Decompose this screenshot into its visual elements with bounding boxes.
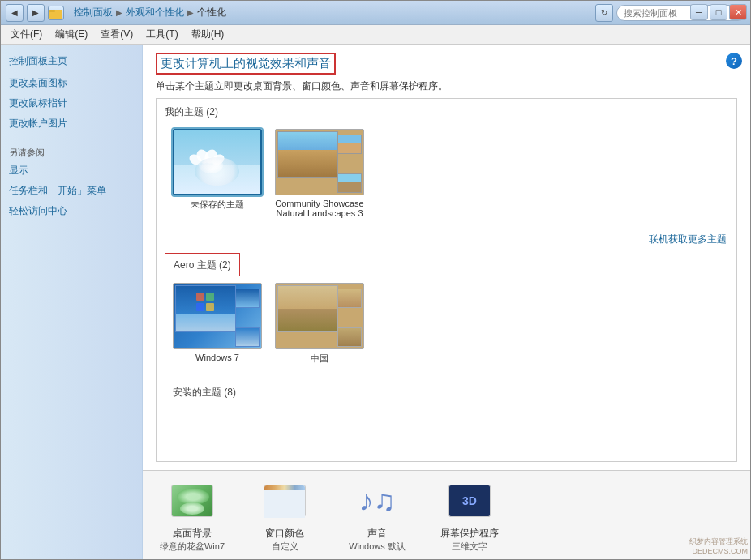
panel-header: 更改计算机上的视觉效果和声音 单击某个主题立即更改桌面背景、窗口颜色、声音和屏幕…	[143, 45, 750, 98]
watermark: 织梦内容管理系统 DEDECMS.COM	[689, 536, 748, 557]
path-part-2[interactable]: 外观和个性化	[126, 6, 184, 19]
sidebar-link-home[interactable]: 控制面板主页	[9, 54, 134, 68]
theme-win7-thumbnail	[173, 283, 262, 349]
theme-win7[interactable]: Windows 7	[173, 283, 262, 365]
menu-bar: 文件(F) 编辑(E) 查看(V) 工具(T) 帮助(H)	[1, 25, 750, 45]
title-bar: ◀ ▶ 控制面板 ▶ 外观和个性化 ▶ 个性化 ↻ 🔍 ─ □ ✕	[1, 1, 750, 25]
screensaver-label: 屏幕保护程序	[440, 527, 499, 541]
refresh-button[interactable]: ↻	[595, 4, 613, 22]
back-button[interactable]: ◀	[6, 4, 24, 22]
bottom-bar: 桌面背景 绿意的花盆Win7 窗口颜色 自定义	[143, 470, 750, 559]
menu-view[interactable]: 查看(V)	[94, 26, 139, 43]
theme-unsaved[interactable]: 未保存的主题	[173, 129, 262, 218]
menu-edit[interactable]: 编辑(E)	[49, 26, 94, 43]
title-bar-left: ◀ ▶ 控制面板 ▶ 外观和个性化 ▶ 个性化	[6, 4, 226, 22]
sidebar-link-mouse[interactable]: 更改鼠标指针	[9, 96, 134, 110]
sidebar-link-taskbar[interactable]: 任务栏和「开始」菜单	[9, 184, 134, 198]
svg-rect-1	[49, 10, 55, 12]
theme-china-thumbnail	[275, 283, 364, 349]
also-section: 另请参阅 显示 任务栏和「开始」菜单 轻松访问中心	[9, 147, 134, 218]
installed-section-header: 安装的主题 (8)	[157, 381, 736, 403]
wallpaper-icon	[170, 478, 215, 524]
wallpaper-icon-img	[171, 485, 213, 517]
maximize-button[interactable]: □	[710, 4, 727, 20]
window-color-sublabel: 自定义	[272, 541, 298, 553]
path-sep-1: ▶	[116, 8, 122, 17]
themes-area[interactable]: 我的主题 (2)	[156, 98, 737, 462]
get-more-link[interactable]: 联机获取更多主题	[157, 231, 736, 250]
menu-tools[interactable]: 工具(T)	[139, 26, 184, 43]
aero-themes-title: Aero 主题 (2)	[165, 253, 240, 276]
aero-themes-grid: Windows 7 中国	[157, 276, 736, 378]
aero-section-header: Aero 主题 (2)	[157, 250, 736, 276]
theme-community-label: Community ShowcaseNatural Landscapes 3	[275, 199, 363, 218]
my-themes-title: 我的主题 (2)	[157, 99, 736, 122]
theme-community[interactable]: Community ShowcaseNatural Landscapes 3	[275, 129, 364, 218]
theme-community-thumbnail	[275, 129, 364, 195]
menu-help[interactable]: 帮助(H)	[185, 26, 231, 43]
my-themes-grid: 未保存的主题	[157, 122, 736, 231]
minimize-button[interactable]: ─	[690, 4, 708, 20]
window-controls: ─ □ ✕	[690, 4, 747, 20]
breadcrumb: 控制面板 ▶ 外观和个性化 ▶ 个性化	[74, 6, 226, 19]
theme-win7-label: Windows 7	[195, 353, 239, 362]
also-title: 另请参阅	[9, 147, 134, 159]
sound-icon: ♪♫	[354, 478, 400, 524]
bottom-item-wallpaper[interactable]: 桌面背景 绿意的花盆Win7	[156, 478, 229, 553]
close-button[interactable]: ✕	[729, 4, 747, 20]
theme-unsaved-label: 未保存的主题	[191, 199, 244, 211]
sidebar-link-account-pic[interactable]: 更改帐户图片	[9, 117, 134, 130]
main-window: ◀ ▶ 控制面板 ▶ 外观和个性化 ▶ 个性化 ↻ 🔍 ─ □ ✕ 文	[0, 0, 751, 560]
installed-themes-title: 安装的主题 (8)	[165, 381, 736, 403]
theme-unsaved-thumbnail	[173, 129, 262, 195]
sound-label: 声音	[367, 527, 387, 541]
help-icon[interactable]: ?	[726, 53, 742, 69]
window-color-label: 窗口颜色	[265, 527, 304, 541]
window-color-icon-img	[264, 485, 306, 517]
bottom-item-sound[interactable]: ♪♫ 声音 Windows 默认	[341, 478, 414, 553]
installed-themes-spacer	[157, 403, 736, 435]
sound-icon-symbol: ♪♫	[359, 484, 396, 518]
sound-sublabel: Windows 默认	[349, 541, 406, 553]
right-panel: ? 更改计算机上的视觉效果和声音 单击某个主题立即更改桌面背景、窗口颜色、声音和…	[143, 45, 750, 559]
path-part-3: 个性化	[197, 6, 226, 19]
window-color-icon	[262, 478, 307, 524]
sidebar: 控制面板主页 更改桌面图标 更改鼠标指针 更改帐户图片 另请参阅 显示 任务栏和…	[1, 45, 143, 559]
bottom-item-screensaver[interactable]: 3D 屏幕保护程序 三维文字	[433, 478, 506, 553]
sidebar-links: 更改桌面图标 更改鼠标指针 更改帐户图片	[9, 76, 134, 130]
wallpaper-sublabel: 绿意的花盆Win7	[160, 541, 225, 553]
forward-button[interactable]: ▶	[27, 4, 45, 22]
theme-china-label: 中国	[311, 353, 328, 365]
theme-china[interactable]: 中国	[275, 283, 364, 365]
main-content: 控制面板主页 更改桌面图标 更改鼠标指针 更改帐户图片 另请参阅 显示 任务栏和…	[1, 45, 750, 559]
wallpaper-label: 桌面背景	[173, 527, 212, 541]
path-part-1[interactable]: 控制面板	[74, 6, 113, 19]
sidebar-link-desktop-icons[interactable]: 更改桌面图标	[9, 76, 134, 90]
path-sep-2: ▶	[187, 8, 194, 17]
menu-file[interactable]: 文件(F)	[4, 26, 49, 43]
bottom-item-window-color[interactable]: 窗口颜色 自定义	[248, 478, 321, 553]
screensaver-sublabel: 三维文字	[452, 541, 487, 553]
screensaver-icon-img: 3D	[448, 485, 491, 517]
folder-icon	[48, 6, 64, 20]
sidebar-link-display[interactable]: 显示	[9, 164, 134, 177]
screensaver-icon: 3D	[447, 478, 492, 524]
sidebar-link-accessibility[interactable]: 轻松访问中心	[9, 204, 134, 218]
panel-title: 更改计算机上的视觉效果和声音	[156, 53, 336, 75]
panel-description: 单击某个主题立即更改桌面背景、窗口颜色、声音和屏幕保护程序。	[156, 79, 737, 93]
